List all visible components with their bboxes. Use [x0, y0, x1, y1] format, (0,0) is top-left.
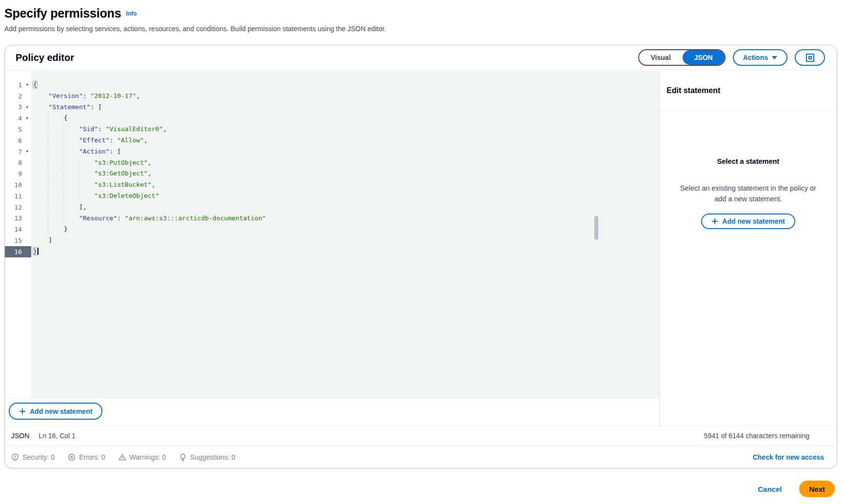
code-line[interactable]: "s3:ListBucket",	[33, 179, 659, 191]
info-link[interactable]: Info	[126, 10, 137, 17]
code-line[interactable]: "Resource": "arn:aws:s3:::arcticdb-docum…	[33, 213, 659, 224]
code-line[interactable]: "s3:DeleteObject"	[33, 191, 659, 202]
plus-icon	[19, 408, 26, 415]
gutter-line[interactable]: 12	[5, 202, 31, 213]
gutter-line[interactable]: 1▼	[5, 79, 31, 91]
gutter-line[interactable]: 4▼	[5, 113, 31, 124]
fold-arrow-icon[interactable]: ▼	[23, 105, 31, 109]
lint-item-label: Errors: 0	[79, 453, 105, 461]
policy-editor-title: Policy editor	[16, 52, 74, 63]
page-header: Specify permissions Info Add permissions…	[4, 6, 386, 33]
add-statement-label: Add new statement	[30, 407, 92, 415]
code-line[interactable]: "s3:PutObject",	[33, 157, 659, 169]
line-number: 1	[5, 81, 23, 89]
line-number: 15	[5, 237, 23, 244]
line-number: 13	[5, 214, 23, 222]
line-number: 9	[5, 170, 23, 177]
editor-gutter: 1▼23▼4▼567▼8910111213141516	[5, 71, 31, 398]
editor-scrollbar-thumb[interactable]	[594, 216, 598, 240]
panel-add-statement-button[interactable]: Add new statement	[701, 213, 795, 229]
error-circle-icon	[68, 453, 76, 461]
caret-down-icon	[772, 56, 777, 59]
json-mode-button[interactable]: JSON	[683, 50, 725, 65]
gutter-line[interactable]: 7▼	[5, 146, 31, 157]
editor-status-bar: JSON Ln 16, Col 1 5941 of 6144 character…	[5, 426, 837, 446]
lint-item-label: Suggestions: 0	[190, 453, 236, 461]
page-title: Specify permissions	[4, 6, 121, 20]
visual-mode-button[interactable]: Visual	[639, 50, 683, 65]
check-new-access-link[interactable]: Check for new access	[753, 453, 824, 461]
code-line[interactable]: {	[33, 79, 659, 91]
panel-header-divider	[660, 110, 837, 110]
code-line[interactable]: "s3:GetObject",	[33, 168, 659, 179]
panel-add-statement-label: Add new statement	[722, 217, 785, 225]
line-number: 12	[5, 204, 23, 211]
edit-statement-title: Edit statement	[660, 71, 837, 94]
status-cursor-position: Ln 16, Col 1	[39, 432, 76, 440]
maximize-icon	[806, 54, 814, 62]
lint-item: Errors: 0	[68, 453, 105, 461]
code-line[interactable]: "Effect": "Allow",	[33, 135, 659, 146]
lint-item-label: Security: 0	[22, 453, 55, 461]
actions-label: Actions	[743, 54, 768, 61]
code-line[interactable]: "Sid": "VisualEditor0",	[33, 124, 659, 135]
page-subtitle: Add permissions by selecting services, a…	[4, 25, 386, 33]
code-line[interactable]: "Action": [	[33, 146, 659, 157]
line-number: 8	[5, 159, 23, 166]
policy-editor-header: Policy editor Visual JSON Actions	[5, 45, 837, 70]
lint-bar: Security: 0Errors: 0Warnings: 0Suggestio…	[5, 446, 837, 468]
lint-item-label: Warnings: 0	[130, 453, 166, 461]
gutter-line[interactable]: 9	[5, 168, 31, 179]
gutter-line[interactable]: 6	[5, 135, 31, 146]
fold-arrow-icon[interactable]: ▼	[23, 83, 31, 87]
empty-state-description: Select an existing statement in the poli…	[666, 183, 831, 204]
gutter-line[interactable]: 15	[5, 235, 31, 246]
warning-triangle-icon	[118, 453, 126, 461]
maximize-editor-button[interactable]	[795, 49, 825, 66]
cancel-button[interactable]: Cancel	[758, 485, 782, 493]
gutter-line[interactable]: 11	[5, 191, 31, 202]
json-code-editor[interactable]: 1▼23▼4▼567▼8910111213141516 { "Version":…	[5, 71, 659, 398]
line-number: 3	[5, 103, 23, 111]
policy-editor-card: Policy editor Visual JSON Actions 1▼23▼4…	[4, 45, 837, 468]
actions-button[interactable]: Actions	[733, 49, 787, 66]
lint-item: Security: 0	[11, 453, 55, 461]
gutter-line[interactable]: 13	[5, 213, 31, 224]
add-statement-button[interactable]: Add new statement	[9, 403, 102, 420]
line-number: 4	[5, 115, 23, 122]
gutter-line[interactable]: 2	[5, 91, 31, 102]
code-line[interactable]: }	[33, 246, 659, 257]
gutter-line[interactable]: 8	[5, 157, 31, 169]
fold-arrow-icon[interactable]: ▼	[23, 116, 31, 120]
plus-icon	[711, 218, 718, 225]
empty-state-title: Select a statement	[666, 157, 831, 165]
line-number: 2	[5, 93, 23, 100]
line-number: 5	[5, 126, 23, 133]
next-button[interactable]: Next	[799, 481, 835, 497]
edit-statement-panel: Edit statement Select a statement Select…	[660, 71, 837, 426]
code-line[interactable]: ],	[33, 202, 659, 213]
suggestion-bulb-icon	[179, 453, 187, 461]
code-line[interactable]: }	[33, 224, 659, 235]
status-mode: JSON	[11, 432, 29, 440]
code-line[interactable]: "Statement": [	[33, 102, 659, 113]
code-line[interactable]: {	[33, 113, 659, 124]
gutter-line[interactable]: 14	[5, 224, 31, 235]
lint-item: Warnings: 0	[118, 453, 166, 461]
code-line[interactable]: "Version": "2012-10-17",	[33, 91, 659, 102]
editor-code-area[interactable]: { "Version": "2012-10-17", "Statement": …	[31, 71, 659, 398]
gutter-line[interactable]: 10	[5, 179, 31, 191]
line-number: 10	[5, 181, 23, 189]
statement-empty-state: Select a statement Select an existing st…	[660, 157, 837, 229]
characters-remaining: 5941 of 6144 characters remaining	[704, 432, 809, 440]
gutter-line[interactable]: 5	[5, 124, 31, 135]
code-line[interactable]: ]	[33, 235, 659, 246]
wizard-footer: Cancel Next	[758, 481, 835, 497]
gutter-line[interactable]: 16	[5, 246, 31, 257]
security-shield-icon	[11, 453, 19, 461]
line-number: 11	[5, 193, 23, 200]
line-number: 6	[5, 137, 23, 144]
fold-arrow-icon[interactable]: ▼	[23, 150, 31, 154]
lint-item: Suggestions: 0	[179, 453, 236, 461]
gutter-line[interactable]: 3▼	[5, 102, 31, 113]
